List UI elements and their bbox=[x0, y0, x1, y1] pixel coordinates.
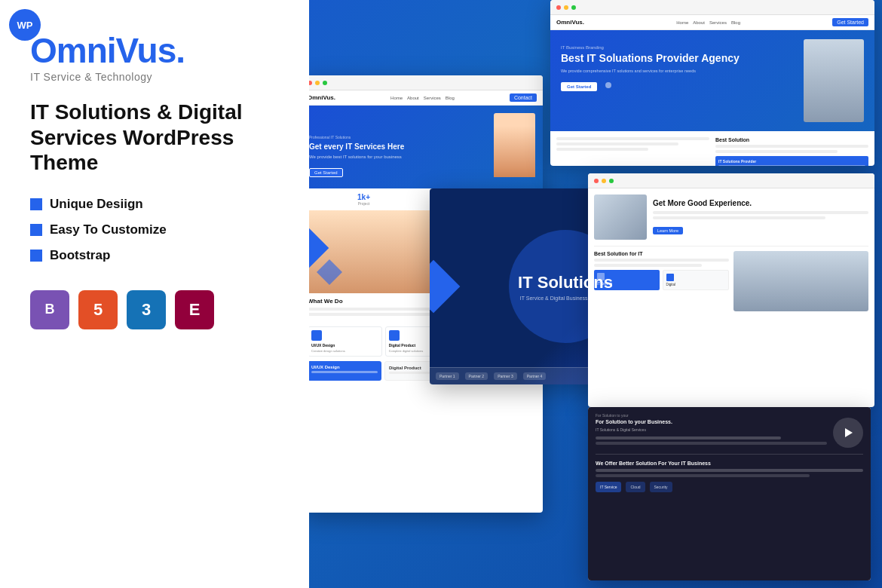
mock2-nav-btn: Get Started bbox=[832, 18, 868, 26]
mock2-pretag: IT Business Branding bbox=[561, 45, 796, 50]
css3-icon: 3 bbox=[127, 290, 166, 329]
m2-nav-about: About bbox=[693, 20, 705, 25]
mock2-col-1 bbox=[556, 137, 709, 166]
mockup-2: OmniVus. Home About Services Blog Get St… bbox=[550, 0, 874, 166]
feature-bullet-icon-2 bbox=[30, 224, 42, 236]
feature-item-1: Unique Desiign bbox=[30, 197, 279, 212]
m2-nav-home: Home bbox=[676, 20, 688, 25]
service-card-1: UI/UX Design Creative design solutions bbox=[308, 326, 382, 357]
mockup-1-header bbox=[302, 75, 543, 90]
mock5-text-col: For Solution to your For Solution to you… bbox=[596, 413, 827, 447]
hero-person-img bbox=[494, 113, 535, 177]
mock5-bottom-line-2 bbox=[596, 474, 810, 477]
feature-bullet-icon-3 bbox=[30, 250, 42, 262]
mock2-blue-card-title: IT Solutions Provider bbox=[718, 159, 865, 164]
service-desc-1: Creative design solutions bbox=[311, 349, 378, 353]
feature-label-1: Unique Desiign bbox=[50, 197, 143, 212]
nav-home: Home bbox=[390, 96, 403, 100]
mock1-hero-text: Get every IT Services Here bbox=[309, 142, 489, 152]
mock1-nav-links: Home About Services Blog bbox=[390, 96, 455, 100]
features-list: Unique Desiign Easy To Customize Bootstr… bbox=[30, 197, 279, 263]
stat-num-1: 1k+ bbox=[308, 193, 420, 201]
mock1-stat-1: 1k+ Project bbox=[308, 193, 420, 206]
mock4-img-placeholder bbox=[733, 251, 868, 311]
diamond-small bbox=[317, 259, 342, 285]
bottom-card-blue-1: UI/UX Design bbox=[308, 361, 381, 381]
brand-2: Partner 2 bbox=[465, 372, 488, 380]
mock4-small-card-2: Digital bbox=[663, 270, 730, 290]
mock2-col2-line-2 bbox=[715, 150, 838, 153]
m2-dot-red bbox=[556, 5, 561, 10]
mock2-hero-text-col: IT Business Branding Best IT Soluations … bbox=[561, 39, 796, 91]
mock2-col2-line-1 bbox=[715, 145, 868, 148]
mock5-line-1 bbox=[596, 436, 781, 439]
dot-green bbox=[323, 81, 327, 85]
bootstrap-icon: B bbox=[30, 290, 69, 329]
mock2-hero-img bbox=[804, 39, 864, 122]
mock2-hero-btn: Get Started bbox=[561, 82, 597, 91]
mock1-hero-sub: We provide best IT solutions for your bu… bbox=[309, 155, 489, 159]
brand-4: Partner 4 bbox=[523, 372, 547, 380]
mock2-blue-card-line bbox=[718, 165, 865, 166]
mock2-logo: OmniVus. bbox=[556, 19, 584, 26]
mockup-1-hero: Professional IT Solutions Get every IT S… bbox=[302, 106, 543, 188]
mock4-divider bbox=[594, 246, 868, 247]
mock2-blue-card: IT Solutions Provider bbox=[715, 156, 868, 166]
mockup-4-sections: Get More Good Experience. Learn More Bes… bbox=[588, 188, 874, 317]
mock5-top-row: For Solution to your For Solution to you… bbox=[596, 413, 863, 448]
mock5-bottom-line-1 bbox=[596, 469, 863, 472]
m2-dot-green bbox=[571, 5, 576, 10]
mock4-line-2 bbox=[653, 216, 825, 219]
main-heading: IT Solutions & Digital Services WordPres… bbox=[30, 100, 279, 176]
service-icon-2 bbox=[389, 330, 400, 341]
dot-yellow bbox=[315, 81, 320, 85]
m4-dot-red bbox=[594, 179, 599, 183]
bottom-card-title-1: UI/UX Design bbox=[311, 365, 378, 369]
nav-about: About bbox=[407, 96, 419, 100]
mock5-service-3: Security bbox=[650, 482, 672, 492]
mock2-dot-decoration bbox=[605, 82, 611, 88]
mock2-col-2: Best Solution IT Solutions Provider bbox=[715, 137, 868, 166]
mockup-5: For Solution to your For Solution to you… bbox=[588, 407, 871, 580]
mock5-sub: IT Solutions & Digital Services bbox=[596, 427, 827, 432]
m2-nav-services: Services bbox=[709, 20, 727, 25]
service-icon-1 bbox=[311, 330, 322, 341]
mock5-bottom-section: We Offer Better Solution For Your IT Bus… bbox=[596, 461, 863, 492]
mock2-hero-heading: Best IT Soluations Provider Agency bbox=[561, 52, 796, 65]
html5-icon: 5 bbox=[78, 290, 118, 329]
mock2-line-3 bbox=[556, 148, 648, 151]
mock4-line-1 bbox=[653, 211, 868, 214]
mock5-title: For Solution to your Business. bbox=[596, 419, 827, 424]
mock4-exp-btn: Learn More bbox=[653, 227, 683, 234]
mock2-line-2 bbox=[556, 142, 678, 145]
m2-nav-blog: Blog bbox=[731, 20, 740, 25]
brand-1: Partner 1 bbox=[436, 372, 459, 380]
mock1-hero-btn: Get Started bbox=[309, 168, 343, 177]
mock2-content: Best Solution IT Solutions Provider bbox=[550, 131, 874, 166]
mock4-experience: Get More Good Experience. Learn More bbox=[594, 194, 868, 240]
mock5-line-2 bbox=[596, 442, 827, 445]
elementor-icon: E bbox=[175, 290, 214, 329]
play-icon bbox=[845, 428, 853, 437]
brand-logo: OmniVus. IT Service & Technology bbox=[30, 30, 279, 83]
mock5-service-1: IT Service bbox=[596, 482, 621, 492]
wp-badge: WP bbox=[9, 9, 41, 41]
mock1-logo: OmniVus. bbox=[308, 94, 335, 101]
mock4-exp-title: Get More Good Experience. bbox=[653, 199, 868, 208]
mock4-card-label-2: Digital bbox=[666, 283, 726, 286]
m4-dot-green bbox=[609, 179, 614, 183]
feature-bullet-icon bbox=[30, 198, 42, 210]
mockup-4-header bbox=[588, 173, 874, 188]
mockup-2-nav: OmniVus. Home About Services Blog Get St… bbox=[550, 15, 874, 30]
m4-dot-yellow bbox=[602, 179, 606, 183]
mock3-sub: IT Service & Digital Business Solutions bbox=[520, 296, 611, 301]
feature-item-2: Easy To Customize bbox=[30, 222, 279, 237]
mock5-service-2: Cloud bbox=[626, 482, 645, 492]
mock3-diamond-left bbox=[430, 260, 460, 314]
mock5-play-btn bbox=[833, 418, 863, 448]
mockup-2-hero: IT Business Branding Best IT Soluations … bbox=[550, 30, 874, 131]
mock2-content-row: Best Solution IT Solutions Provider bbox=[556, 137, 868, 166]
feature-label-3: Bootstrap bbox=[50, 248, 110, 263]
mock4-sol-col1: Best Solution for IT IT Service Digital bbox=[594, 251, 729, 311]
brand-3: Partner 3 bbox=[494, 372, 517, 380]
